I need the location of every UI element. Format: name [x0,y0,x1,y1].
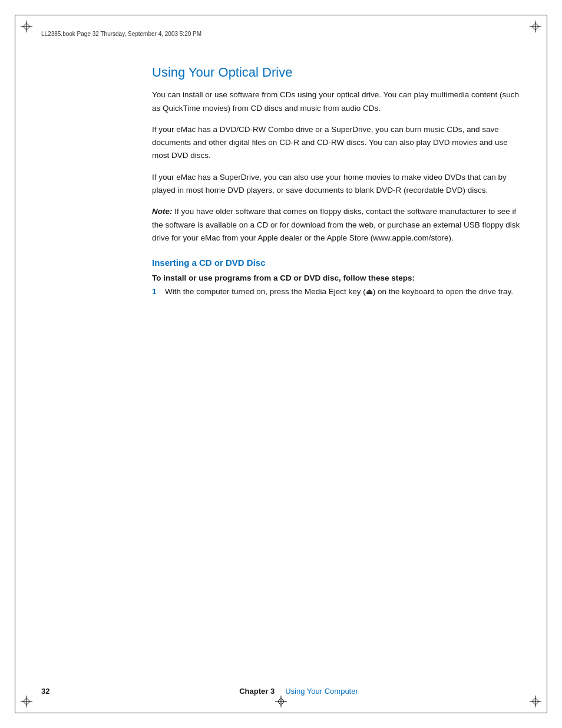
reg-mark-bottom-left [21,696,32,707]
main-section-title: Using Your Optical Drive [152,65,521,80]
footer: 32 Chapter 3 Using Your Computer [41,687,521,696]
page: LL2385.book Page 32 Thursday, September … [0,0,562,728]
border-left [15,15,15,713]
footer-chapter-title: Using Your Computer [285,687,358,696]
instruction-bold: To install or use programs from a CD or … [152,274,521,282]
reg-mark-top-right [530,21,541,32]
step-1-text-after: ) on the keyboard to open the drive tray… [373,287,513,296]
border-top [15,15,547,15]
paragraph-2: If your eMac has a DVD/CD-RW Combo drive… [152,123,521,163]
footer-chapter-info: Chapter 3 Using Your Computer [77,687,521,696]
paragraph-1: You can install or use software from CDs… [152,88,521,115]
note-text-body: If you have older software that comes on… [152,207,520,242]
step-1: 1 With the computer turned on, press the… [152,287,521,296]
content-area: Using Your Optical Drive You can install… [152,65,521,663]
step-1-text: With the computer turned on, press the M… [165,287,513,296]
footer-page-number: 32 [41,687,77,696]
note-paragraph: Note: If you have older software that co… [152,205,521,245]
subsection-title: Inserting a CD or DVD Disc [152,258,521,268]
step-number-1: 1 [152,287,160,296]
border-bottom [15,713,547,713]
border-right [547,15,547,713]
reg-mark-bottom-right [530,696,541,707]
eject-icon: ⏏ [366,287,373,296]
footer-chapter-label: Chapter 3 [239,687,275,696]
header-meta: LL2385.book Page 32 Thursday, September … [41,31,201,37]
note-label: Note: [152,207,173,216]
step-1-text-before: With the computer turned on, press the M… [165,287,366,296]
paragraph-3: If your eMac has a SuperDrive, you can a… [152,171,521,197]
reg-mark-top-left [21,21,32,32]
reg-mark-bottom-center [275,696,287,707]
